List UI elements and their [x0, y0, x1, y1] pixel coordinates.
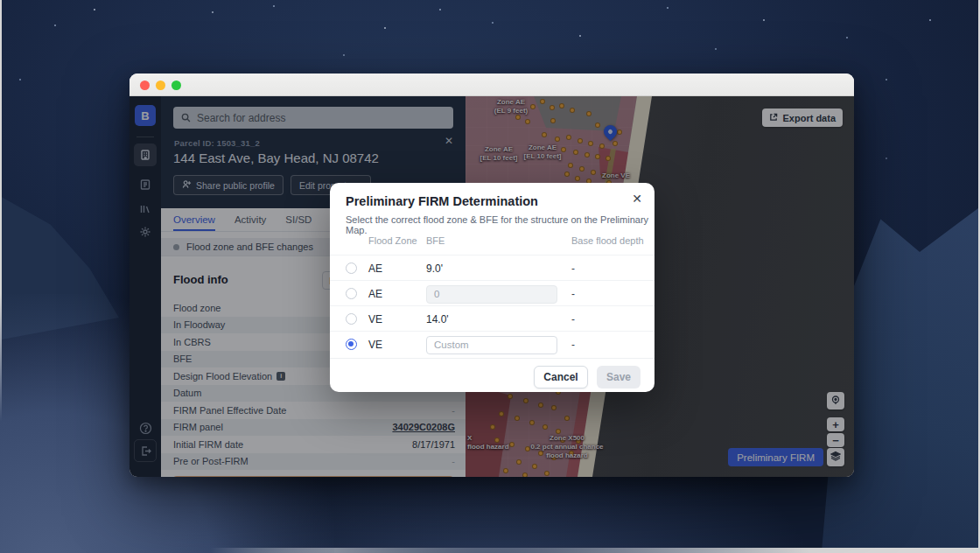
radio-button[interactable] [346, 339, 357, 350]
modal-footer: Cancel Save [330, 358, 654, 392]
cancel-button[interactable]: Cancel [534, 366, 588, 388]
bfe-readonly-input[interactable] [426, 285, 557, 304]
minimize-window-button[interactable] [156, 80, 165, 90]
modal-subtitle: Select the correct flood zone & BFE for … [346, 214, 654, 235]
modal-close-icon[interactable]: ✕ [632, 192, 642, 206]
close-window-button[interactable] [140, 80, 150, 90]
bfe-value: 14.0' [426, 313, 449, 326]
modal-table-header: Flood Zone BFE Base flood depth [330, 235, 654, 255]
flood-zone-value: AE [368, 262, 382, 275]
stars [94, 9, 95, 10]
base-flood-depth-value: - [571, 262, 575, 275]
radio-button[interactable] [346, 313, 357, 325]
modal-flood-row: VE 14.0' - [330, 305, 654, 331]
modal-title: Preliminary FIRM Determination [346, 194, 538, 208]
preliminary-firm-modal: Preliminary FIRM Determination ✕ Select … [330, 183, 654, 392]
flood-zone-value: VE [368, 313, 382, 326]
base-flood-depth-value: - [571, 288, 575, 300]
modal-flood-row: AE 9.0' - [330, 255, 654, 280]
app-window: B [130, 74, 854, 477]
window-titlebar [130, 74, 854, 96]
radio-button[interactable] [346, 288, 357, 299]
flood-zone-value: VE [368, 339, 382, 351]
modal-flood-row: VE - [330, 331, 654, 356]
column-base-flood-depth: Base flood depth [571, 235, 644, 246]
bfe-custom-input[interactable] [426, 336, 557, 354]
column-flood-zone: Flood Zone [368, 235, 417, 246]
base-flood-depth-value: - [571, 313, 575, 326]
base-flood-depth-value: - [571, 339, 575, 351]
modal-table: AE 9.0' - AE - [330, 255, 654, 356]
flood-zone-value: AE [368, 288, 382, 300]
fullscreen-window-button[interactable] [172, 80, 181, 90]
bfe-value: 9.0' [426, 262, 443, 275]
radio-button[interactable] [346, 262, 357, 274]
column-bfe: BFE [426, 235, 444, 246]
save-button[interactable]: Save [597, 366, 640, 388]
modal-flood-row: AE - [330, 280, 654, 305]
